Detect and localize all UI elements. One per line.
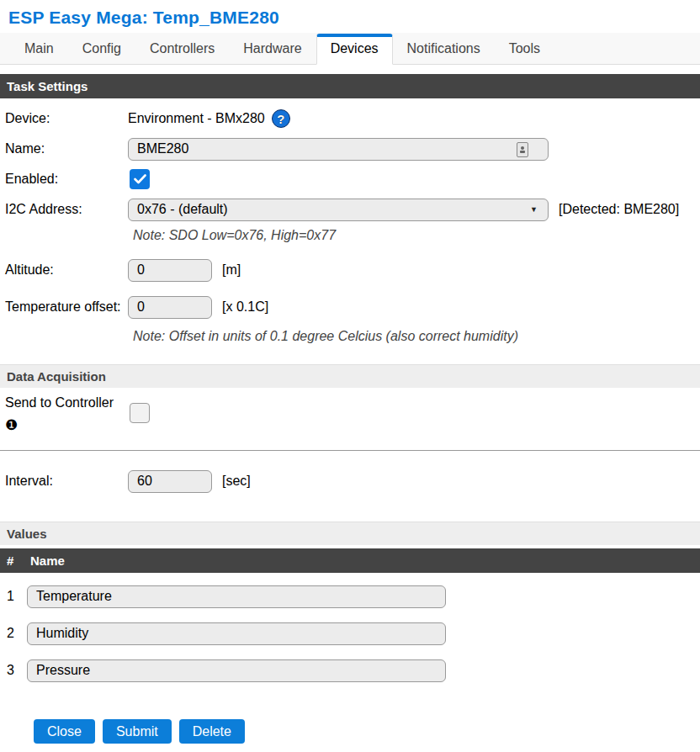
name-input[interactable] — [128, 138, 549, 161]
temp-offset-note: Note: Offset in units of 0.1 degree Celc… — [133, 329, 700, 344]
tab-notifications[interactable]: Notifications — [393, 34, 495, 65]
i2c-address-label: I2C Address: — [0, 202, 128, 217]
i2c-detected-text: [Detected: BME280] — [559, 202, 679, 217]
temp-offset-label: Temperature offset: — [0, 299, 128, 315]
interval-unit: [sec] — [222, 474, 251, 489]
value-name-input-3[interactable] — [27, 659, 446, 682]
action-buttons: Close Submit Delete — [34, 719, 700, 744]
interval-label: Interval: — [0, 474, 128, 489]
enabled-label: Enabled: — [0, 172, 128, 187]
section-values: Values — [0, 522, 700, 545]
row-divider — [0, 450, 700, 451]
altitude-input[interactable] — [128, 259, 212, 282]
tab-main[interactable]: Main — [10, 34, 68, 65]
value-name-input-2[interactable] — [27, 622, 446, 645]
close-button[interactable]: Close — [34, 719, 95, 744]
value-row-number: 2 — [0, 626, 27, 641]
submit-button[interactable]: Submit — [103, 719, 172, 744]
tab-tools[interactable]: Tools — [495, 34, 554, 65]
altitude-unit: [m] — [222, 262, 241, 278]
col-header-num: # — [7, 553, 30, 568]
value-row-3: 3 — [0, 652, 700, 689]
checkmark-icon — [134, 174, 146, 184]
values-table-header: # Name — [0, 548, 700, 573]
name-label: Name: — [0, 141, 128, 156]
dropdown-arrow-icon: ▼ — [530, 205, 538, 214]
enabled-checkbox[interactable] — [130, 169, 150, 189]
value-row-2: 2 — [0, 615, 700, 652]
value-row-number: 1 — [0, 589, 27, 604]
page-title: ESP Easy Mega: Temp_BME280 — [0, 0, 700, 33]
autofill-icon[interactable] — [517, 142, 528, 157]
temp-offset-input[interactable] — [128, 296, 212, 319]
controller-1-badge: ❶ — [5, 415, 128, 437]
delete-button[interactable]: Delete — [179, 719, 245, 744]
device-value: Environment - BMx280 — [128, 111, 265, 126]
i2c-selected-option: 0x76 - (default) — [137, 202, 228, 217]
tab-hardware[interactable]: Hardware — [229, 34, 316, 65]
temp-offset-unit: [x 0.1C] — [222, 299, 268, 315]
i2c-address-select[interactable]: 0x76 - (default) ▼ — [128, 199, 549, 221]
value-row-number: 3 — [0, 663, 27, 678]
section-task-settings: Task Settings — [0, 74, 700, 98]
i2c-note: Note: SDO Low=0x76, High=0x77 — [133, 228, 700, 243]
help-icon[interactable]: ? — [272, 109, 290, 128]
device-label: Device: — [0, 111, 128, 126]
send-to-controller-checkbox[interactable] — [130, 403, 150, 423]
tab-config[interactable]: Config — [68, 34, 135, 65]
tab-controllers[interactable]: Controllers — [135, 34, 229, 65]
tab-devices[interactable]: Devices — [316, 34, 393, 65]
altitude-label: Altitude: — [0, 262, 128, 278]
send-to-controller-label: Send to Controller ❶ — [0, 393, 128, 437]
value-row-1: 1 — [0, 578, 700, 615]
section-data-acquisition: Data Acquisition — [0, 364, 700, 388]
nav-bar: Main Config Controllers Hardware Devices… — [0, 33, 700, 65]
value-name-input-1[interactable] — [27, 585, 446, 608]
interval-input[interactable] — [128, 470, 212, 493]
col-header-name: Name — [30, 553, 65, 568]
